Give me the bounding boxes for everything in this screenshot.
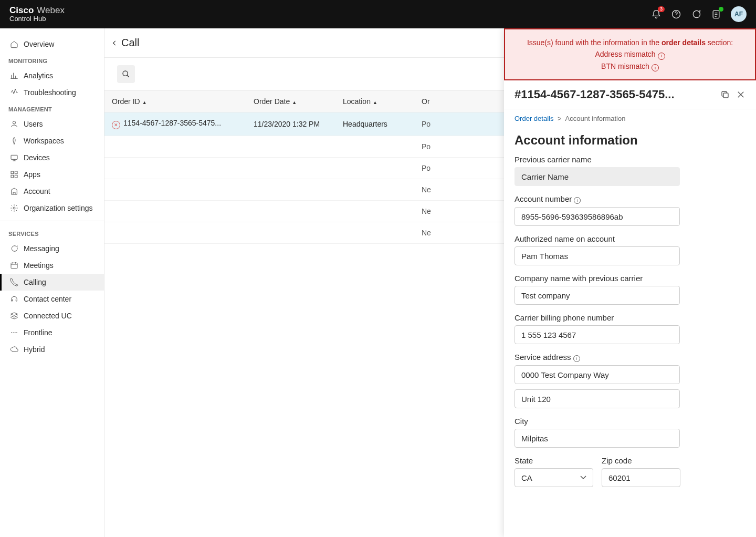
col-label: Location xyxy=(343,97,371,106)
city-input[interactable] xyxy=(514,429,680,448)
avatar[interactable]: AF xyxy=(731,6,747,22)
sort-asc-icon: ▲ xyxy=(292,100,297,105)
sort-asc-icon: ▲ xyxy=(142,100,147,105)
sidebar-item-label: Hybrid xyxy=(24,345,45,354)
cell-order-date: 11/23/2020 1:32 PM xyxy=(246,112,335,136)
back-to-parent[interactable]: Call xyxy=(111,37,139,49)
tasks-icon[interactable] xyxy=(711,9,721,19)
alert-text: Issue(s) found with the information in t… xyxy=(527,38,662,47)
alert-issue: BTN mismatch xyxy=(601,62,649,70)
svg-rect-4 xyxy=(11,171,14,174)
sidebar-item-apps[interactable]: Apps xyxy=(0,166,104,183)
side-panel: Issue(s) found with the information in t… xyxy=(504,28,756,537)
sidebar-item-meetings[interactable]: Meetings xyxy=(0,257,104,274)
breadcrumb-sep: > xyxy=(558,115,562,122)
info-icon[interactable]: i xyxy=(652,64,659,71)
breadcrumb-link[interactable]: Order details xyxy=(514,115,553,122)
account-number-input[interactable] xyxy=(514,207,680,226)
brand-sub: Control Hub xyxy=(9,15,65,23)
sidebar-item-devices[interactable]: Devices xyxy=(0,149,104,166)
sidebar-item-label: Account xyxy=(24,187,50,195)
col-location[interactable]: Location▲ xyxy=(335,91,414,112)
svg-rect-6 xyxy=(11,175,14,178)
service-address2-input[interactable] xyxy=(514,389,680,408)
topbar: Cisco Webex Control Hub 3 AF xyxy=(0,0,756,28)
prev-carrier-value: Carrier Name xyxy=(514,167,680,186)
sidebar: Overview MONITORING Analytics Troublesho… xyxy=(0,28,104,537)
help-icon[interactable] xyxy=(671,9,681,19)
error-icon: ✕ xyxy=(112,121,120,129)
field-city: City xyxy=(514,417,746,448)
chevron-left-icon xyxy=(111,39,118,47)
col-order-id[interactable]: Order ID▲ xyxy=(104,91,246,112)
svg-rect-9 xyxy=(11,263,17,268)
info-icon[interactable]: i xyxy=(658,53,665,60)
col-label: Order Date xyxy=(254,97,290,106)
col-order-date[interactable]: Order Date▲ xyxy=(246,91,335,112)
field-account-number: Account numberi xyxy=(514,194,746,226)
sidebar-item-messaging[interactable]: Messaging xyxy=(0,240,104,257)
field-label: Zip code xyxy=(602,456,680,465)
sidebar-item-workspaces[interactable]: Workspaces xyxy=(0,132,104,149)
sidebar-item-overview[interactable]: Overview xyxy=(0,36,104,53)
sidebar-item-label: Calling xyxy=(24,278,46,286)
sidebar-section-management: MANAGEMENT xyxy=(0,101,104,116)
sidebar-item-contact-center[interactable]: Contact center xyxy=(0,291,104,307)
breadcrumb-current: Account information xyxy=(565,115,626,122)
chat-icon[interactable] xyxy=(691,9,701,19)
field-label: Authorized name on account xyxy=(514,234,746,243)
sidebar-item-label: Workspaces xyxy=(24,137,64,145)
brand: Cisco Webex Control Hub xyxy=(9,6,65,23)
billing-phone-input[interactable] xyxy=(514,325,680,344)
sidebar-item-troubleshooting[interactable]: Troubleshooting xyxy=(0,84,104,101)
sidebar-item-label: Organization settings xyxy=(24,204,93,212)
sidebar-item-account[interactable]: Account xyxy=(0,183,104,200)
sidebar-item-label: Contact center xyxy=(24,295,71,303)
sidebar-item-calling[interactable]: Calling xyxy=(0,274,104,291)
field-company: Company name with previous carrier xyxy=(514,274,746,305)
zip-input[interactable] xyxy=(602,468,680,487)
field-zip: Zip code xyxy=(602,456,680,487)
field-auth-name: Authorized name on account xyxy=(514,234,746,265)
brand-cisco: Cisco xyxy=(9,6,34,16)
field-label: Previous carrier name xyxy=(514,155,746,164)
svg-rect-3 xyxy=(11,155,17,159)
sidebar-item-label: Users xyxy=(24,120,43,128)
sidebar-item-users[interactable]: Users xyxy=(0,116,104,132)
state-select[interactable]: CA xyxy=(514,468,593,487)
sidebar-item-hybrid[interactable]: Hybrid xyxy=(0,341,104,358)
panel-title: #1154-4567-1287-3565-5475... xyxy=(514,88,720,101)
sort-asc-icon: ▲ xyxy=(373,100,377,105)
sidebar-item-label: Connected UC xyxy=(24,312,72,320)
notifications-icon[interactable]: 3 xyxy=(651,9,662,19)
field-label: Carrier billing phone number xyxy=(514,313,746,322)
tasks-badge xyxy=(719,7,723,12)
sidebar-item-label: Troubleshooting xyxy=(24,88,76,97)
sidebar-section-monitoring: MONITORING xyxy=(0,53,104,67)
field-label: Company name with previous carrier xyxy=(514,274,746,283)
panel-body: Account information Previous carrier nam… xyxy=(504,122,756,537)
service-address-input[interactable] xyxy=(514,365,680,384)
sidebar-item-connected-uc[interactable]: Connected UC xyxy=(0,307,104,324)
company-input[interactable] xyxy=(514,286,680,305)
sidebar-divider xyxy=(0,221,104,221)
sidebar-item-label: Apps xyxy=(24,170,40,179)
panel-heading: Account information xyxy=(514,133,746,148)
sidebar-item-frontline[interactable]: Frontline xyxy=(0,324,104,341)
cell-location: Headquarters xyxy=(335,112,414,136)
sidebar-item-label: Frontline xyxy=(24,328,52,337)
auth-name-input[interactable] xyxy=(514,246,680,265)
copy-icon[interactable] xyxy=(720,90,730,99)
sidebar-item-org-settings[interactable]: Organization settings xyxy=(0,200,104,216)
search-button[interactable] xyxy=(117,65,135,83)
info-icon[interactable]: i xyxy=(573,355,580,362)
field-prev-carrier: Previous carrier name Carrier Name xyxy=(514,155,746,186)
info-icon[interactable]: i xyxy=(574,197,581,204)
alert-issue: Address mismatch xyxy=(595,50,655,58)
close-icon[interactable] xyxy=(736,90,746,99)
alert-text: section: xyxy=(706,38,733,47)
content: Call Numbers Locations Order ID▲ Order D… xyxy=(104,28,756,537)
sidebar-item-analytics[interactable]: Analytics xyxy=(0,67,104,84)
sidebar-item-label: Messaging xyxy=(24,244,59,253)
col-label: Or xyxy=(422,97,430,106)
